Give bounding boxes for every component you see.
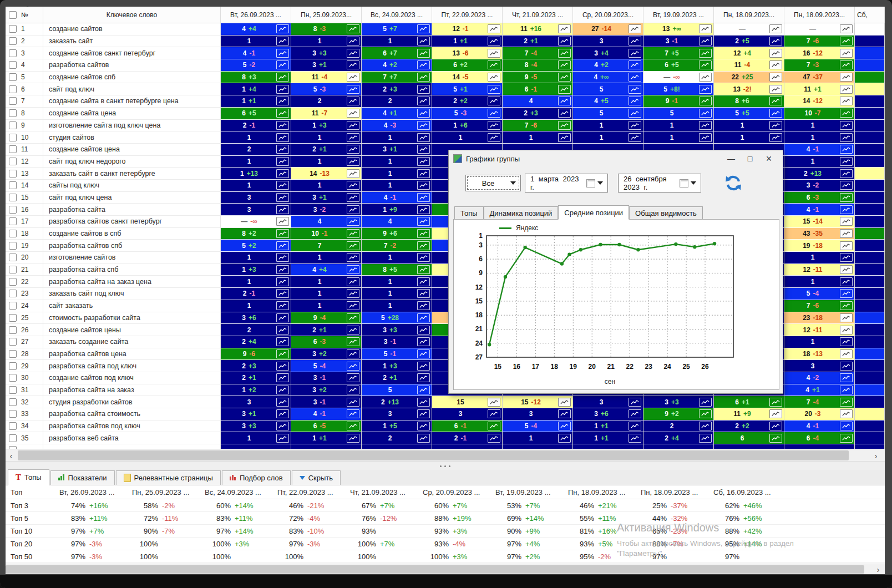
cell-chart-icon[interactable] (840, 241, 853, 250)
cell-chart-icon[interactable] (276, 277, 289, 286)
row-checkbox[interactable] (9, 181, 17, 189)
keyword-row[interactable]: 32студия разработки сайтов33-12+131515-1… (6, 396, 885, 408)
cell-chart-icon[interactable] (699, 109, 712, 118)
cell-chart-icon[interactable] (558, 24, 571, 33)
cell-chart-icon[interactable] (629, 109, 641, 118)
cell-chart-icon[interactable] (276, 121, 289, 130)
cell-chart-icon[interactable] (276, 289, 289, 298)
cell-chart-icon[interactable] (629, 398, 641, 407)
cell-chart-icon[interactable] (699, 398, 712, 407)
keyword-row[interactable]: 9изготовление сайта под ключ цена2-11+34… (6, 120, 885, 132)
cell-chart-icon[interactable] (347, 326, 359, 334)
cell-chart-icon[interactable] (769, 133, 782, 142)
cell-chart-icon[interactable] (347, 229, 359, 238)
cell-chart-icon[interactable] (276, 73, 289, 82)
cell-chart-icon[interactable] (769, 85, 782, 94)
cell-chart-icon[interactable] (840, 97, 853, 105)
select-all-checkbox[interactable] (9, 11, 17, 19)
cell-chart-icon[interactable] (347, 398, 359, 407)
row-checkbox[interactable] (9, 254, 17, 261)
cell-chart-icon[interactable] (769, 37, 782, 45)
tab-relevant-pages[interactable]: Релевантные страницы (116, 470, 221, 485)
cell-chart-icon[interactable] (769, 422, 782, 430)
cell-chart-icon[interactable] (840, 37, 853, 45)
cell-chart-icon[interactable] (769, 409, 782, 418)
keyword-row[interactable]: 5создание сайтов спб8+311-47+714-59-54+∞… (6, 72, 885, 84)
cell-chart-icon[interactable] (558, 49, 571, 58)
cell-chart-icon[interactable] (629, 133, 641, 142)
cell-chart-icon[interactable] (840, 145, 853, 154)
date-column-header[interactable]: Вт, 26.09.2023 ... (221, 7, 291, 23)
tab-average-positions[interactable]: Средние позиции (558, 205, 629, 220)
cell-chart-icon[interactable] (276, 145, 289, 154)
row-checkbox[interactable] (9, 25, 17, 33)
cell-chart-icon[interactable] (417, 169, 430, 178)
row-checkbox[interactable] (9, 145, 17, 153)
keyword-row[interactable]: 8создание сайта цена6+511-74+15-32+3555+… (6, 108, 885, 120)
cell-chart-icon[interactable] (276, 37, 289, 45)
cell-chart-icon[interactable] (840, 193, 853, 202)
cell-chart-icon[interactable] (840, 422, 853, 430)
row-checkbox[interactable] (9, 410, 17, 418)
cell-chart-icon[interactable] (699, 49, 712, 58)
date-column-header[interactable]: Вс, 24.09.2023 ... (362, 7, 432, 23)
cell-chart-icon[interactable] (417, 409, 430, 418)
cell-chart-icon[interactable] (417, 181, 430, 190)
row-checkbox[interactable] (9, 290, 17, 297)
cell-chart-icon[interactable] (629, 37, 641, 45)
keyword-header[interactable]: Ключевое слово (43, 7, 221, 23)
keyword-row[interactable]: 33разработка сайта стоимость3+14-13333+6… (6, 408, 885, 420)
scrollbar-thumb[interactable] (6, 565, 864, 574)
cell-chart-icon[interactable] (840, 253, 853, 262)
cell-chart-icon[interactable] (840, 133, 853, 142)
close-button[interactable]: × (759, 152, 778, 165)
tab-hide[interactable]: Скрыть (292, 470, 341, 485)
cell-chart-icon[interactable] (488, 37, 500, 45)
cell-chart-icon[interactable] (276, 217, 289, 226)
cell-chart-icon[interactable] (699, 85, 712, 94)
cell-chart-icon[interactable] (276, 301, 289, 310)
cell-chart-icon[interactable] (417, 145, 430, 154)
cell-chart-icon[interactable] (769, 60, 782, 69)
cell-chart-icon[interactable] (276, 97, 289, 105)
date-from-field[interactable]: 1 марта 2023 г. (525, 174, 608, 192)
cell-chart-icon[interactable] (347, 109, 359, 118)
cell-chart-icon[interactable] (840, 277, 853, 286)
cell-chart-icon[interactable] (347, 37, 359, 45)
cell-chart-icon[interactable] (417, 157, 430, 166)
cell-chart-icon[interactable] (629, 49, 641, 58)
keyword-row[interactable]: 10студия сайтов111111111 (6, 131, 885, 144)
cell-chart-icon[interactable] (276, 386, 289, 394)
cell-chart-icon[interactable] (417, 133, 430, 142)
cell-chart-icon[interactable] (276, 181, 289, 190)
cell-chart-icon[interactable] (347, 24, 359, 33)
cell-chart-icon[interactable] (699, 434, 712, 443)
cell-chart-icon[interactable] (488, 398, 500, 407)
cell-chart-icon[interactable] (417, 386, 430, 394)
cell-chart-icon[interactable] (488, 85, 500, 94)
bottom-hscrollbar[interactable]: › (6, 564, 885, 574)
cell-chart-icon[interactable] (417, 277, 430, 286)
scroll-left-icon[interactable]: ‹ (6, 449, 17, 462)
date-column-header[interactable]: Пн, 18.09.2023... (714, 7, 784, 23)
dialog-titlebar[interactable]: Графики группы — □ × (449, 150, 783, 167)
cell-chart-icon[interactable] (276, 434, 289, 443)
cell-chart-icon[interactable] (488, 60, 500, 69)
date-column-header[interactable]: Ср, 20.09.2023... (573, 7, 643, 23)
refresh-icon[interactable] (724, 174, 742, 192)
row-checkbox[interactable] (9, 73, 17, 81)
row-checkbox[interactable] (9, 109, 17, 117)
cell-chart-icon[interactable] (347, 193, 359, 202)
scroll-right-icon[interactable]: › (873, 564, 884, 574)
cell-chart-icon[interactable] (347, 169, 359, 178)
cell-chart-icon[interactable] (347, 277, 359, 286)
cell-chart-icon[interactable] (347, 60, 359, 69)
header-num-cell[interactable]: № ˆ (6, 7, 43, 23)
cell-chart-icon[interactable] (629, 73, 641, 82)
cell-chart-icon[interactable] (347, 205, 359, 214)
date-column-header[interactable]: Пн, 25.09.2023... (291, 7, 362, 23)
cell-chart-icon[interactable] (840, 265, 853, 274)
cell-chart-icon[interactable] (276, 24, 289, 33)
cell-chart-icon[interactable] (347, 241, 359, 250)
cell-chart-icon[interactable] (699, 24, 712, 33)
